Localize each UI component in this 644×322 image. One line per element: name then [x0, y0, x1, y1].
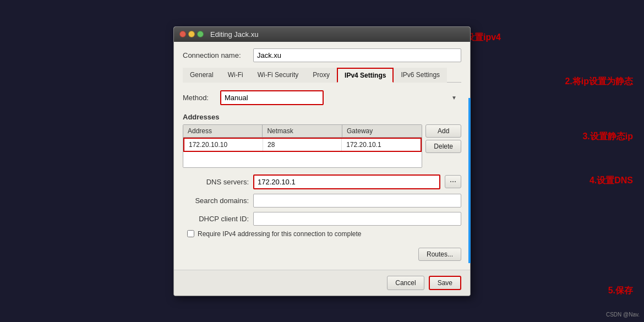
add-button[interactable]: Add	[425, 124, 461, 138]
cancel-button[interactable]: Cancel	[387, 276, 424, 290]
addresses-header: Address Netmask Gateway	[183, 125, 422, 138]
save-button[interactable]: Save	[429, 276, 461, 290]
window-controls	[179, 31, 204, 37]
col-netmask: Netmask	[263, 125, 342, 137]
annotation-2: 2.将ip设置为静态	[565, 76, 633, 88]
search-domains-input[interactable]	[253, 194, 461, 208]
address-buttons: Add Delete	[425, 124, 461, 153]
tabs: General Wi-Fi Wi-Fi Security Proxy IPv4 …	[183, 68, 461, 83]
method-row: Method: Manual Automatic (DHCP) Link-Loc…	[183, 90, 461, 105]
search-domains-label: Search domains:	[183, 197, 249, 205]
require-ipv4-label: Require IPv4 addressing for this connect…	[198, 230, 362, 238]
dns-label: DNS servers:	[183, 178, 249, 186]
method-select-wrapper: Manual Automatic (DHCP) Link-Local Only …	[220, 90, 461, 105]
tab-wifi-security[interactable]: Wi-Fi Security	[250, 68, 306, 83]
scroll-indicator	[468, 98, 471, 263]
dialog-footer: Cancel Save	[174, 270, 470, 296]
gateway-cell: 172.20.10.1	[342, 139, 421, 151]
dialog: Editing Jack.xu Connection name: General…	[173, 26, 471, 296]
col-gateway: Gateway	[342, 125, 422, 137]
tab-general[interactable]: General	[183, 68, 221, 83]
routes-btn-wrapper: Routes...	[183, 248, 461, 261]
dialog-title: Editing Jack.xu	[210, 30, 258, 39]
tab-proxy[interactable]: Proxy	[305, 68, 337, 83]
minimize-button[interactable]	[188, 31, 195, 37]
tab-ipv6[interactable]: IPv6 Settings	[394, 68, 447, 83]
addresses-row-wrapper: Address Netmask Gateway 172.20.10.10 28 …	[183, 124, 461, 168]
tab-ipv4[interactable]: IPv4 Settings	[337, 68, 394, 83]
bottom-bar: Routes...	[183, 243, 461, 261]
table-row[interactable]: 172.20.10.10 28 172.20.10.1	[183, 138, 422, 152]
addresses-label: Addresses	[183, 113, 461, 121]
close-button[interactable]	[179, 31, 186, 37]
dhcp-label: DHCP client ID:	[183, 215, 249, 223]
netmask-cell: 28	[263, 139, 342, 151]
connection-name-label: Connection name:	[183, 51, 249, 59]
delete-button[interactable]: Delete	[425, 140, 461, 153]
require-ipv4-row: Require IPv4 addressing for this connect…	[183, 230, 461, 238]
addresses-section: Addresses Address Netmask Gateway 172.20…	[183, 113, 461, 168]
editing-dialog: Editing Jack.xu Connection name: General…	[173, 26, 471, 296]
dns-row: DNS servers: ⋯	[183, 174, 461, 189]
title-bar: Editing Jack.xu	[174, 27, 470, 42]
addresses-table: Address Netmask Gateway 172.20.10.10 28 …	[183, 124, 422, 168]
dhcp-row: DHCP client ID:	[183, 212, 461, 226]
tab-wifi[interactable]: Wi-Fi	[221, 68, 250, 83]
addresses-rows: Address Netmask Gateway 172.20.10.10 28 …	[183, 124, 422, 168]
dns-extra-button[interactable]: ⋯	[445, 175, 461, 188]
dns-input[interactable]	[253, 174, 440, 189]
empty-row	[183, 152, 422, 167]
annotation-5: 5.保存	[608, 285, 633, 297]
require-ipv4-checkbox[interactable]	[187, 230, 194, 237]
routes-button[interactable]: Routes...	[418, 248, 461, 261]
connection-name-input[interactable]	[253, 48, 461, 62]
connection-name-row: Connection name:	[183, 48, 461, 62]
address-cell: 172.20.10.10	[184, 139, 263, 151]
col-address: Address	[183, 125, 263, 137]
method-label: Method:	[183, 94, 216, 102]
annotation-3: 3.设置静态ip	[582, 131, 633, 143]
annotation-4: 4.设置DNS	[590, 175, 633, 187]
dialog-body: Connection name: General Wi-Fi Wi-Fi Sec…	[174, 42, 470, 270]
dhcp-input[interactable]	[253, 212, 461, 226]
search-domains-row: Search domains:	[183, 194, 461, 208]
method-select[interactable]: Manual Automatic (DHCP) Link-Local Only …	[220, 90, 324, 105]
watermark: CSDN @Nav.	[606, 312, 640, 318]
maximize-button[interactable]	[197, 31, 204, 37]
